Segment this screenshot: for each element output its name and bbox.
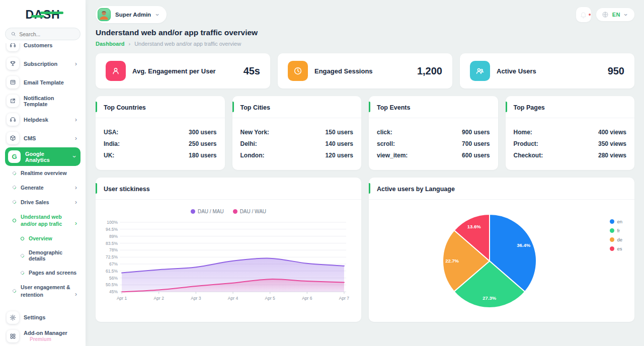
svg-text:22.7%: 22.7% (445, 258, 459, 264)
svg-text:27.3%: 27.3% (482, 295, 496, 301)
sidebar-item-settings[interactable]: Settings (5, 308, 80, 327)
sidebar-item-helpdesk[interactable]: Helpdesk › (5, 110, 80, 129)
sidebar-item-label: Helpdesk (24, 117, 48, 123)
users-icon (470, 61, 490, 81)
headset-icon (7, 113, 19, 126)
sidebar-item-google-analytics[interactable]: G Google Analytics › (5, 147, 80, 166)
legend-dot (233, 209, 237, 214)
table-row: New York:150 users (240, 126, 354, 138)
card-title: Top Countries (104, 104, 146, 111)
sidebar-item-drive-sales[interactable]: Drive Sales › (5, 195, 80, 209)
sidebar-item-cms[interactable]: CMS › (5, 129, 80, 147)
card-title: Top Cities (240, 104, 271, 111)
svg-text:67%: 67% (109, 262, 118, 267)
table-row: Home:400 views (514, 126, 627, 138)
main-content: Super Admin › EN › Understand web and/or… (86, 0, 644, 346)
legend-dot (610, 228, 614, 233)
chevron-right-icon: › (75, 135, 79, 141)
legend-dot (610, 237, 614, 242)
table-row: view_item:600 users (377, 149, 490, 161)
svg-text:Apr 3: Apr 3 (191, 296, 201, 301)
table-row: UK:180 users (104, 149, 217, 161)
svg-text:Apr 7: Apr 7 (339, 296, 350, 301)
active-users-by-language-card: Active users by Language 36.4%27.3%22.7%… (369, 178, 634, 322)
table-row: Checkout:280 views (514, 149, 627, 161)
sidebar-item-label: Pages and screens (29, 270, 76, 276)
sidebar-item-label: Email Template (24, 79, 64, 85)
svg-text:36.4%: 36.4% (517, 242, 530, 248)
sidebar-item-generate[interactable]: Generate › (5, 180, 80, 195)
table-row: USA:300 users (104, 126, 217, 138)
app-logo[interactable]: DASH (5, 5, 80, 28)
sidebar-item-addon-manager[interactable]: Add-on Manager Premium (5, 327, 80, 345)
chart-legend: en fr de es (610, 219, 622, 251)
legend-item-en[interactable]: en (610, 219, 622, 224)
sidebar-item-label: Understand web and/or app trafic (21, 213, 70, 227)
send-icon (7, 95, 19, 107)
topbar: Super Admin › EN › (96, 6, 634, 23)
breadcrumb-current: Understand web and/or app traffic overvi… (134, 41, 241, 47)
sidebar-item-label: Demographic details (29, 249, 79, 262)
grid-icon (7, 330, 19, 342)
sidebar-item-label: Google Analytics (25, 151, 69, 163)
notifications-button[interactable] (576, 7, 591, 22)
sidebar-item-realtime-overview[interactable]: Realtime overview (5, 166, 80, 180)
sidebar-item-label: Overview (29, 235, 52, 241)
stats-row: Avg. Engagement per User 45s Engaged Ses… (96, 53, 634, 89)
svg-text:50.5%: 50.5% (106, 282, 118, 287)
sidebar-item-overview[interactable]: Overview (5, 231, 80, 245)
legend-item-fr[interactable]: fr (610, 228, 622, 233)
svg-text:Apr 6: Apr 6 (302, 296, 312, 301)
chevron-right-icon: › (128, 41, 130, 47)
logo-accent-bar (40, 12, 63, 14)
sidebar-item-user-engagement-retention[interactable]: User engagement & retention › (5, 280, 80, 302)
sidebar-item-demographic-details[interactable]: Demographic details (5, 245, 80, 266)
page-title: Understand web and/or app traffic overvi… (96, 28, 634, 37)
search-icon (11, 31, 16, 37)
chevron-down-icon: › (71, 155, 77, 157)
legend-item-de[interactable]: de (610, 237, 622, 242)
stat-card-engaged-sessions: Engaged Sessions 1,200 (278, 53, 452, 89)
stat-label: Avg. Engagement per User (132, 67, 216, 75)
google-analytics-icon: G (8, 150, 21, 163)
cube-icon (7, 132, 19, 144)
search-input[interactable] (19, 31, 75, 37)
card-title: Top Events (377, 104, 410, 111)
legend-item-es[interactable]: es (610, 246, 622, 251)
sidebar-item-subscription[interactable]: Subscription › (5, 54, 80, 73)
sidebar-item-notification-template[interactable]: Notification Template (5, 92, 80, 110)
user-icon (106, 61, 126, 81)
card-title: User stickiness (104, 186, 150, 193)
sidebar-item-label: CMS (24, 135, 36, 141)
logo-accent-bar (31, 15, 44, 18)
top-cities-card: Top Cities New York:150 users Delhi:140 … (232, 96, 362, 170)
ring-icon (12, 185, 17, 190)
sidebar-item-label: Realtime overview (21, 170, 67, 176)
legend-item-dau-wau[interactable]: DAU / WAU (233, 209, 266, 214)
table-row: London:120 users (240, 149, 354, 161)
sidebar-item-pages-and-screens[interactable]: Pages and screens (5, 266, 80, 280)
chevron-right-icon: › (75, 291, 79, 297)
sidebar-item-understand-web-app-trafic[interactable]: Understand web and/or app trafic › (5, 209, 80, 231)
language-label: EN (612, 12, 620, 18)
user-menu-button[interactable]: Super Admin › (96, 6, 167, 23)
ring-icon (20, 270, 25, 275)
svg-text:Apr 1: Apr 1 (117, 296, 127, 301)
sidebar-item-label: Generate (21, 185, 44, 191)
sidebar-item-label: Settings (24, 314, 45, 320)
sidebar-item-email-template[interactable]: Email Template (5, 73, 80, 92)
legend-dot (610, 219, 614, 224)
sidebar-item-label: Drive Sales (21, 199, 49, 205)
breadcrumb-dashboard-link[interactable]: Dashboard (96, 41, 124, 47)
chevron-right-icon: › (75, 199, 79, 205)
legend-item-dau-mau[interactable]: DAU / MAU (191, 209, 224, 214)
language-selector[interactable]: EN › (596, 8, 634, 21)
ring-icon (12, 200, 17, 205)
logo: DASH (25, 8, 60, 22)
breadcrumb: Dashboard › Understand web and/or app tr… (96, 41, 634, 47)
chevron-right-icon: › (75, 116, 79, 123)
user-stickiness-card: User stickiness DAU / MAU DAU / WAU 100%… (96, 178, 361, 322)
sidebar-item-label: User engagement & retention (21, 284, 70, 298)
sidebar-item-customers[interactable]: Customers (5, 43, 80, 54)
headset-icon (7, 43, 19, 51)
